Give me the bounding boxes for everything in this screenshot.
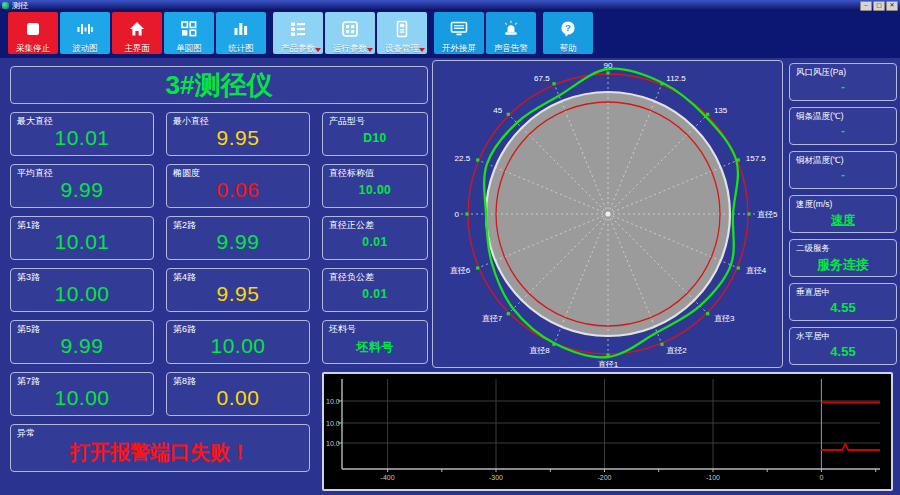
- help-icon: ?: [559, 12, 577, 42]
- measurement-cell-最小直径: 最小直径9.95: [166, 112, 310, 156]
- angle-label: 直径4: [746, 266, 767, 275]
- angle-tick-marker: [737, 158, 740, 161]
- measurement-cell-平均直径: 平均直径9.99: [10, 164, 154, 208]
- angle-label: 直径5: [757, 210, 778, 219]
- status-box-垂直居中: 垂直居中4.55: [789, 283, 897, 321]
- measurement-cell-最大直径: 最大直径10.01: [10, 112, 154, 156]
- measurement-cell-第6路: 第6路10.00: [166, 320, 310, 364]
- toolbar-button-label: 统计图: [228, 42, 254, 54]
- main-toolbar: 采集停止波动图主界面单圆图统计图产品参数运行参数设备管理开外接屏声音告警?帮助: [0, 11, 900, 58]
- cell-value: 0.00: [167, 386, 309, 410]
- close-button[interactable]: ✕: [886, 1, 898, 11]
- angle-tick-marker: [552, 82, 555, 85]
- measurement-cell-直径负公差: 直径负公差0.01: [322, 268, 428, 312]
- measurement-cell-第5路: 第5路9.99: [10, 320, 154, 364]
- minimize-button[interactable]: –: [860, 1, 872, 11]
- angle-tick-marker: [737, 266, 740, 269]
- angle-tick-marker: [606, 71, 609, 74]
- cell-value: 0.01: [323, 235, 427, 249]
- status-label: 铜材温度(℃): [790, 152, 896, 165]
- toolbar-button-帮助[interactable]: ?帮助: [543, 12, 593, 54]
- cell-value: 9.95: [167, 282, 309, 306]
- toolbar-button-label: 开外接屏: [442, 42, 476, 54]
- measurement-cell-产品型号: 产品型号D10: [322, 112, 428, 156]
- angle-label: 90: [604, 61, 613, 70]
- angle-label: 22.5: [455, 154, 471, 163]
- app-icon: [2, 2, 9, 9]
- dropdown-arrow-icon[interactable]: [367, 48, 373, 52]
- toolbar-button-统计图[interactable]: 统计图: [216, 12, 266, 54]
- siren-icon: [502, 12, 520, 42]
- status-label: 速度(m/s): [790, 196, 896, 209]
- window-title: 测径: [12, 0, 28, 11]
- status-value: -: [790, 80, 896, 92]
- measurement-cell-第4路: 第4路9.95: [166, 268, 310, 312]
- angle-tick-marker: [507, 113, 510, 116]
- home-icon: [128, 12, 146, 42]
- cell-value: D10: [323, 131, 427, 145]
- toolbar-button-label: 帮助: [560, 42, 577, 54]
- measurement-cell-坯料号: 坯料号坯料号: [322, 320, 428, 364]
- cell-label: 第6路: [167, 321, 309, 334]
- cell-value: 9.95: [167, 126, 309, 150]
- toolbar-button-采集停止[interactable]: 采集停止: [8, 12, 58, 54]
- toolbar-button-label: 采集停止: [16, 42, 50, 54]
- angle-tick-marker: [660, 82, 663, 85]
- cell-label: 第5路: [11, 321, 153, 334]
- angle-label: 67.5: [534, 74, 550, 83]
- angle-tick-marker: [476, 158, 479, 161]
- cell-label: 第7路: [11, 373, 153, 386]
- cell-label: 直径正公差: [323, 217, 427, 230]
- status-box-铜条温度(℃): 铜条温度(℃)-: [789, 107, 897, 145]
- x-axis-label: 0: [819, 474, 823, 481]
- status-box-风口风压(Pa): 风口风压(Pa)-: [789, 63, 897, 101]
- x-axis-label: -400: [381, 474, 395, 481]
- cell-value: 10.00: [323, 183, 427, 197]
- maximize-button[interactable]: ▢: [873, 1, 885, 11]
- status-box-铜材温度(℃): 铜材温度(℃)-: [789, 151, 897, 189]
- angle-label: 157.5: [746, 154, 767, 163]
- cell-value: 9.99: [11, 178, 153, 202]
- cell-value: 坯料号: [323, 339, 427, 356]
- trend-chart-svg: 10.010.010.0-400-300-200-1000: [324, 374, 891, 489]
- angle-tick-marker: [660, 343, 663, 346]
- cell-label: 第1路: [11, 217, 153, 230]
- angle-label: 直径1: [598, 360, 619, 367]
- product-params-icon: [289, 12, 307, 42]
- y-axis-label: 10.0: [326, 398, 340, 405]
- toolbar-button-运行参数[interactable]: 运行参数: [325, 12, 375, 54]
- angle-tick-marker: [747, 212, 750, 215]
- toolbar-button-设备管理[interactable]: 设备管理: [377, 12, 427, 54]
- cell-label: 坯料号: [323, 321, 427, 334]
- toolbar-button-波动图[interactable]: 波动图: [60, 12, 110, 54]
- svg-text:?: ?: [565, 22, 571, 33]
- status-box-二级服务: 二级服务服务连接: [789, 239, 897, 277]
- toolbar-button-主界面[interactable]: 主界面: [112, 12, 162, 54]
- angle-label: 直径3: [714, 314, 735, 323]
- status-value[interactable]: 速度: [790, 212, 896, 229]
- status-label: 铜条温度(℃): [790, 108, 896, 121]
- x-axis-label: -300: [489, 474, 503, 481]
- cell-value: 10.01: [11, 126, 153, 150]
- toolbar-button-声音告警[interactable]: 声音告警: [486, 12, 536, 54]
- toolbar-button-产品参数[interactable]: 产品参数: [273, 12, 323, 54]
- station-title-box: 3#测径仪: [10, 66, 428, 104]
- waveform-icon: [76, 12, 94, 42]
- measurement-cell-椭圆度: 椭圆度0.06: [166, 164, 310, 208]
- cell-label: 最小直径: [167, 113, 309, 126]
- measurement-cell-第3路: 第3路10.00: [10, 268, 154, 312]
- dropdown-arrow-icon[interactable]: [315, 48, 321, 52]
- status-label: 水平居中: [790, 328, 896, 341]
- toolbar-button-label: 主界面: [124, 42, 150, 54]
- cell-value: 10.00: [11, 282, 153, 306]
- toolbar-button-label: 单圆图: [176, 42, 202, 54]
- run-params-icon: [341, 12, 359, 42]
- status-box-水平居中: 水平居中4.55: [789, 327, 897, 365]
- toolbar-button-开外接屏[interactable]: 开外接屏: [434, 12, 484, 54]
- toolbar-button-单圆图[interactable]: 单圆图: [164, 12, 214, 54]
- dropdown-arrow-icon[interactable]: [419, 48, 425, 52]
- window-controls: –▢✕: [860, 1, 898, 11]
- angle-label: 直径6: [450, 266, 471, 275]
- angle-tick-marker: [606, 353, 609, 356]
- toolbar-button-label: 波动图: [72, 42, 98, 54]
